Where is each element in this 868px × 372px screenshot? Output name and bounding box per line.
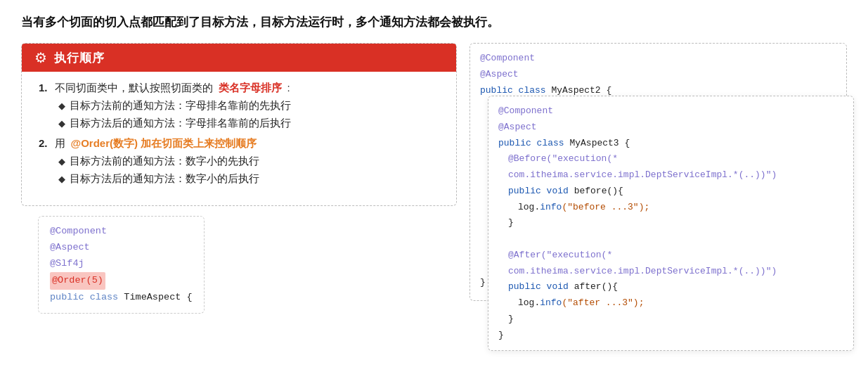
cb2-line-9: @After("execution(* com.itheima.service.… xyxy=(498,248,843,280)
list-1-sub: ◆ 目标方法前的通知方法：字母排名靠前的先执行 ◆ 目标方法后的通知方法：字母排… xyxy=(58,99,439,130)
list-content: 1. 不同切面类中，默认按照切面类的 类名字母排序 : ◆ 目标方法前的通知方法… xyxy=(22,82,456,186)
box-header-title: 执行顺序 xyxy=(54,50,105,66)
top-description: 当有多个切面的切入点都匹配到了目标方法，目标方法运行时，多个通知方法都会被执行。 xyxy=(21,14,847,30)
cb1-line-2: @Aspect xyxy=(480,67,836,83)
bottom-code-line-4: @Order(5) xyxy=(50,272,105,290)
gear-icon: ⚙ xyxy=(34,49,47,66)
list-item-1-row: 1. 不同切面类中，默认按照切面类的 类名字母排序 : xyxy=(39,82,439,95)
list-item-1: 1. 不同切面类中，默认按照切面类的 类名字母排序 : ◆ 目标方法前的通知方法… xyxy=(39,82,439,130)
cb2-line-7: } xyxy=(498,215,843,231)
cb2-line-1: @Component xyxy=(498,103,843,120)
cb2-line-12: } xyxy=(498,312,843,328)
cb2-line-8 xyxy=(498,231,843,248)
list-num-2: 2. xyxy=(39,137,48,149)
right-panel: @Component @Aspect public class MyAspect… xyxy=(469,43,847,338)
cb2-line-13: } xyxy=(498,328,843,344)
cb2-line-11: log.info("after ...3"); xyxy=(498,295,843,312)
list-num-1: 1. xyxy=(39,82,48,94)
bottom-code-line-3: @Slf4j xyxy=(50,256,193,272)
list-1-sub-1: ◆ 目标方法前的通知方法：字母排名靠前的先执行 xyxy=(58,99,439,113)
diamond-icon-1: ◆ xyxy=(58,101,65,111)
cb2-line-10: public void after(){ xyxy=(498,279,843,295)
list-item-2-row: 2. 用 @Order(数字) 加在切面类上来控制顺序 xyxy=(39,137,439,150)
cb1-line-1: @Component xyxy=(480,51,836,67)
list-highlight-1: 类名字母排序 xyxy=(219,82,282,95)
list-2-sub-1-text: 目标方法前的通知方法：数字小的先执行 xyxy=(70,155,259,168)
cb2-line-2: @Aspect xyxy=(498,120,843,136)
cb2-line-6: log.info("before ...3"); xyxy=(498,200,843,216)
list-2-sub-2-text: 目标方法后的通知方法：数字小的后执行 xyxy=(70,172,259,186)
list-1-sub-2-text: 目标方法后的通知方法：字母排名靠前的后执行 xyxy=(70,117,291,130)
list-text-1-after: : xyxy=(287,82,290,94)
list-2-sub-2: ◆ 目标方法后的通知方法：数字小的后执行 xyxy=(58,172,439,186)
left-panel: ⚙ 执行顺序 1. 不同切面类中，默认按照切面类的 类名字母排序 : ◆ 目 xyxy=(21,43,457,314)
code-block-myaspect3: @Component @Aspect public class MyAspect… xyxy=(488,96,854,351)
list-text-1-before: 不同切面类中，默认按照切面类的 xyxy=(55,82,213,95)
cb2-line-3: public class MyAspect3 { xyxy=(498,136,843,152)
diamond-icon-2: ◆ xyxy=(58,118,65,129)
cb2-line-5: public void before(){ xyxy=(498,184,843,200)
bottom-code-line-2: @Aspect xyxy=(50,240,193,256)
list-text-2-before: 用 xyxy=(55,137,65,150)
cb2-line-4: @Before("execution(* com.itheima.service… xyxy=(498,151,843,184)
main-layout: ⚙ 执行顺序 1. 不同切面类中，默认按照切面类的 类名字母排序 : ◆ 目 xyxy=(21,43,847,338)
box-header: ⚙ 执行顺序 xyxy=(22,44,456,72)
bottom-code-line-1: @Component xyxy=(50,224,193,240)
left-box: ⚙ 执行顺序 1. 不同切面类中，默认按照切面类的 类名字母排序 : ◆ 目 xyxy=(21,43,457,206)
list-2-sub-1: ◆ 目标方法前的通知方法：数字小的先执行 xyxy=(58,155,439,168)
bottom-code-line-5: public class TimeAspect { xyxy=(50,290,193,306)
list-1-sub-1-text: 目标方法前的通知方法：字母排名靠前的先执行 xyxy=(70,99,291,113)
list-2-sub: ◆ 目标方法前的通知方法：数字小的先执行 ◆ 目标方法后的通知方法：数字小的后执… xyxy=(58,155,439,186)
list-item-2: 2. 用 @Order(数字) 加在切面类上来控制顺序 ◆ 目标方法前的通知方法… xyxy=(39,137,439,186)
list-highlight-2: @Order(数字) 加在切面类上来控制顺序 xyxy=(71,137,257,150)
bottom-code-box: @Component @Aspect @Slf4j @Order(5) publ… xyxy=(38,216,205,314)
diamond-icon-4: ◆ xyxy=(58,174,65,184)
list-1-sub-2: ◆ 目标方法后的通知方法：字母排名靠前的后执行 xyxy=(58,117,439,130)
diamond-icon-3: ◆ xyxy=(58,156,65,167)
